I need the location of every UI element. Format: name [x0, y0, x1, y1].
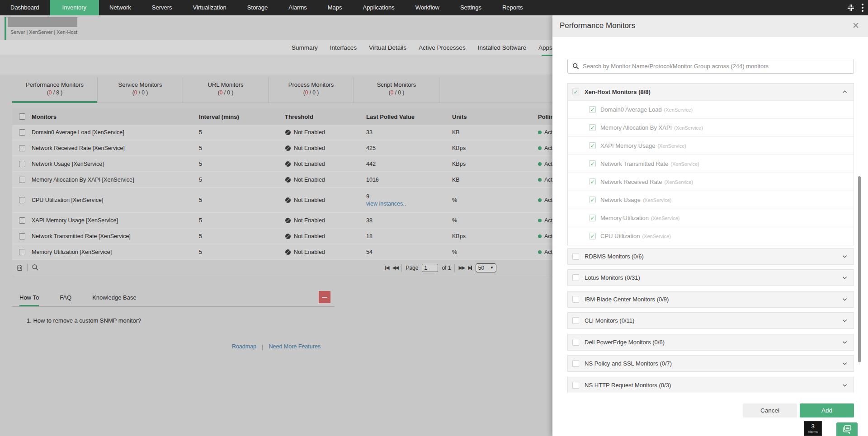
nav-dashboard[interactable]: Dashboard	[0, 0, 50, 15]
chevron-down-icon[interactable]	[842, 254, 847, 259]
collapse-view-icon[interactable]	[847, 4, 854, 11]
monitor-item: ✓ Network Transmitted Rate (XenService)	[568, 155, 854, 173]
group-checkbox[interactable]: ✓	[572, 89, 579, 95]
group-ns-policy-ssl-monitors[interactable]: NS Policy and SSL Monitors (0/7)	[567, 355, 854, 372]
close-icon[interactable]: ✕	[851, 21, 861, 31]
group-ibm-blade-center-monitors[interactable]: IBM Blade Center Monitors (0/9)	[567, 291, 854, 308]
chat-icon	[842, 425, 852, 434]
monitor-item: ✓ Memory Allocation By XAPI (XenService)	[568, 118, 854, 136]
group-checkbox[interactable]	[572, 296, 579, 303]
group-checkbox[interactable]	[572, 339, 579, 346]
cancel-button[interactable]: Cancel	[743, 403, 797, 417]
nav-storage[interactable]: Storage	[237, 0, 278, 15]
item-checkbox[interactable]: ✓	[589, 124, 596, 131]
top-nav: Dashboard Inventory Network Servers Virt…	[0, 0, 868, 15]
item-checkbox[interactable]: ✓	[589, 142, 596, 149]
item-checkbox[interactable]: ✓	[589, 178, 596, 185]
nav-reports[interactable]: Reports	[492, 0, 533, 15]
chevron-down-icon[interactable]	[842, 361, 847, 366]
search-icon	[572, 63, 579, 70]
group-dell-poweredge-monitors[interactable]: Dell PowerEdge Monitors (0/6)	[567, 334, 854, 351]
chevron-down-icon[interactable]	[842, 275, 847, 280]
chevron-down-icon[interactable]	[842, 318, 847, 323]
item-checkbox[interactable]: ✓	[589, 233, 596, 239]
nav-alarms[interactable]: Alarms	[278, 0, 317, 15]
alarms-badge[interactable]: 3 Alarms	[804, 421, 822, 436]
performance-monitors-dialog: Performance Monitors ✕ ✓ Xen-Host Monito…	[552, 15, 868, 436]
group-header[interactable]: ✓ Xen-Host Monitors (8/8)	[568, 84, 854, 100]
monitor-search-input[interactable]	[583, 63, 849, 70]
chevron-down-icon[interactable]	[842, 383, 847, 388]
monitor-item: ✓ Network Received Rate (XenService)	[568, 173, 854, 191]
app-window: Dashboard Inventory Network Servers Virt…	[0, 0, 868, 436]
group-ns-http-request-monitors[interactable]: NS HTTP Request Monitors (0/3)	[567, 377, 854, 393]
chevron-down-icon[interactable]	[842, 297, 847, 302]
nav-inventory[interactable]: Inventory	[50, 0, 99, 15]
group-checkbox[interactable]	[572, 382, 579, 389]
item-checkbox[interactable]: ✓	[589, 197, 596, 203]
item-checkbox[interactable]: ✓	[589, 160, 596, 167]
monitor-item: ✓ Network Usage (XenService)	[568, 191, 854, 209]
dialog-scrollbar[interactable]	[858, 176, 861, 362]
nav-maps[interactable]: Maps	[317, 0, 353, 15]
group-cli-monitors[interactable]: CLI Monitors (0/11)	[567, 312, 854, 329]
group-xen-host-monitors: ✓ Xen-Host Monitors (8/8) ✓ Domain0 Aver…	[567, 83, 854, 245]
group-lotus-monitors[interactable]: Lotus Monitors (0/31)	[567, 269, 854, 286]
chat-support-button[interactable]	[836, 422, 858, 436]
group-checkbox[interactable]	[572, 317, 579, 324]
group-checkbox[interactable]	[572, 274, 579, 281]
add-button[interactable]: Add	[800, 403, 854, 417]
monitor-item: ✓ XAPI Memory Usage (XenService)	[568, 136, 854, 155]
item-checkbox[interactable]: ✓	[589, 215, 596, 221]
more-menu-icon[interactable]	[861, 3, 864, 13]
monitor-search	[567, 59, 854, 74]
nav-applications[interactable]: Applications	[353, 0, 405, 15]
monitor-group-list: ✓ Xen-Host Monitors (8/8) ✓ Domain0 Aver…	[567, 83, 854, 393]
nav-servers[interactable]: Servers	[142, 0, 183, 15]
chevron-up-icon[interactable]	[842, 89, 847, 94]
nav-network[interactable]: Network	[99, 0, 142, 15]
chevron-down-icon[interactable]	[842, 340, 847, 345]
dialog-title: Performance Monitors	[560, 21, 635, 30]
group-checkbox[interactable]	[572, 360, 579, 367]
monitor-item: ✓ Domain0 Average Load (XenService)	[568, 100, 854, 118]
group-checkbox[interactable]	[572, 253, 579, 260]
dialog-header: Performance Monitors ✕	[552, 15, 868, 37]
monitor-item: ✓ Memory Utilization (XenService)	[568, 209, 854, 227]
nav-settings[interactable]: Settings	[450, 0, 492, 15]
monitor-item: ✓ CPU Utilization (XenService)	[568, 227, 854, 245]
nav-virtualization[interactable]: Virtualization	[183, 0, 237, 15]
item-checkbox[interactable]: ✓	[589, 106, 596, 113]
group-rdbms-monitors[interactable]: RDBMS Monitors (0/6)	[567, 248, 854, 265]
nav-workflow[interactable]: Workflow	[405, 0, 450, 15]
